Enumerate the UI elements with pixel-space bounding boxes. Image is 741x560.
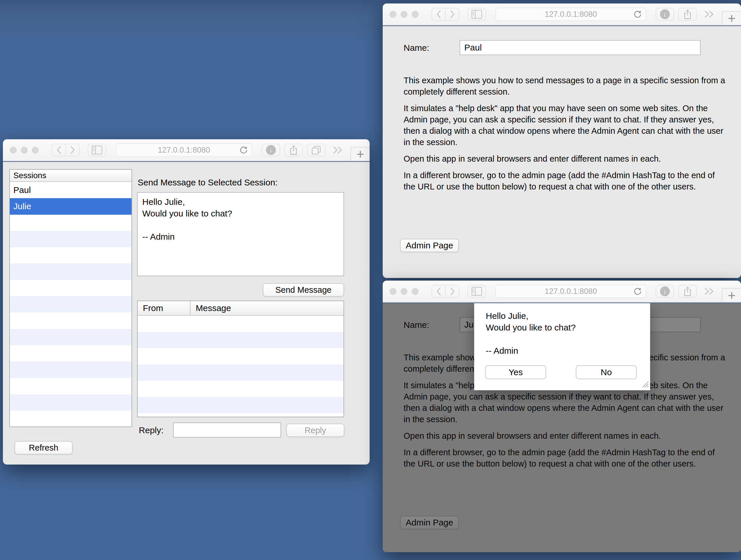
new-tab-button[interactable]: + [722, 11, 741, 25]
chevron-right-icon [450, 10, 455, 18]
sessions-list: Sessions Paul Julie [9, 169, 132, 427]
user-page-content-dimmed: Name: This example shows you how to send… [383, 303, 741, 552]
forward-button[interactable] [445, 8, 459, 21]
send-message-button[interactable]: Send Message [263, 283, 344, 297]
chevron-right-icon [70, 146, 75, 154]
paul-browser-window: 127.0.0.1:8080 ↓ + Name: This example sh… [383, 3, 741, 278]
paragraph: It simulates a "help desk" app that you … [404, 103, 741, 148]
forward-button[interactable] [65, 144, 79, 156]
address-bar[interactable]: 127.0.0.1:8080 [495, 285, 646, 298]
messages-table: From Message [137, 301, 344, 417]
close-window-button[interactable] [390, 288, 396, 295]
downloads-button[interactable]: ↓ [262, 144, 280, 156]
zoom-window-button[interactable] [32, 147, 39, 154]
page-description: This example shows you how to send messa… [404, 75, 741, 197]
table-row[interactable] [138, 397, 343, 413]
table-row[interactable] [138, 413, 343, 417]
back-button[interactable] [431, 8, 446, 21]
back-button[interactable] [52, 144, 66, 156]
toolbar-overflow-button[interactable] [332, 146, 343, 154]
sidebar-button[interactable] [468, 8, 486, 21]
paragraph: In a different browser, go to the admin … [404, 170, 741, 192]
chevron-left-icon [436, 10, 442, 18]
forward-button[interactable] [445, 285, 459, 298]
session-row-empty[interactable] [10, 247, 132, 263]
name-input[interactable] [460, 40, 701, 55]
url-text: 127.0.0.1:8080 [545, 10, 597, 19]
sidebar-icon [92, 146, 102, 154]
new-tab-button[interactable]: + [350, 147, 369, 161]
close-window-button[interactable] [10, 147, 16, 154]
back-button[interactable] [431, 285, 446, 298]
downloads-button[interactable]: ↓ [656, 285, 674, 298]
sidebar-icon [472, 287, 482, 296]
table-row[interactable] [138, 332, 343, 348]
share-button[interactable] [678, 285, 697, 298]
admin-page-content: Sessions Paul Julie Send Message to Sele… [3, 162, 369, 465]
column-header-message[interactable]: Message [191, 301, 343, 315]
no-button[interactable]: No [576, 365, 637, 379]
reload-icon[interactable] [633, 10, 642, 21]
refresh-button[interactable]: Refresh [14, 441, 73, 454]
zoom-window-button[interactable] [412, 288, 418, 295]
session-row-empty[interactable] [10, 411, 132, 427]
paragraph: Open this app in several browsers and en… [404, 153, 741, 164]
reply-button[interactable]: Reply [286, 424, 344, 437]
close-window-button[interactable] [390, 11, 396, 18]
session-row-empty[interactable] [10, 296, 132, 313]
chevron-right-icon [450, 287, 455, 296]
yes-button[interactable]: Yes [485, 365, 546, 379]
browser-toolbar: 127.0.0.1:8080 ↓ + [383, 3, 741, 25]
table-row[interactable] [138, 381, 343, 397]
url-text: 127.0.0.1:8080 [545, 287, 597, 296]
session-row-paul[interactable]: Paul [10, 182, 132, 198]
zoom-window-button[interactable] [412, 11, 418, 18]
share-button[interactable] [284, 144, 303, 156]
download-icon: ↓ [660, 9, 670, 19]
table-row[interactable] [138, 316, 343, 332]
toolbar-overflow-button[interactable] [704, 10, 715, 18]
share-button[interactable] [678, 8, 697, 21]
table-row[interactable] [138, 348, 343, 365]
chevron-left-icon [56, 146, 62, 154]
minimize-window-button[interactable] [21, 147, 27, 154]
chevron-left-icon [436, 287, 442, 296]
reload-icon[interactable] [633, 287, 642, 298]
sessions-list-body: Paul Julie [10, 182, 132, 427]
sidebar-button[interactable] [88, 144, 106, 156]
sessions-list-header: Sessions [10, 170, 132, 182]
session-row-empty[interactable] [10, 313, 132, 329]
sidebar-button[interactable] [468, 285, 486, 298]
session-row-empty[interactable] [10, 215, 132, 231]
paragraph: This example shows you how to send messa… [404, 75, 741, 97]
minimize-window-button[interactable] [401, 11, 407, 18]
address-bar[interactable]: 127.0.0.1:8080 [116, 143, 252, 157]
session-row-empty[interactable] [10, 329, 132, 345]
resize-grip-icon[interactable] [642, 380, 649, 389]
session-row-empty[interactable] [10, 231, 132, 247]
session-row-empty[interactable] [10, 362, 132, 378]
new-tab-button[interactable]: + [722, 288, 741, 302]
session-row-empty[interactable] [10, 345, 132, 362]
reload-icon[interactable] [239, 145, 248, 157]
session-row-empty[interactable] [10, 394, 132, 411]
session-row-julie-selected[interactable]: Julie [10, 198, 132, 215]
messages-table-header: From Message [138, 301, 343, 316]
toolbar-overflow-button[interactable] [704, 287, 715, 295]
session-row-empty[interactable] [10, 280, 132, 296]
message-textarea[interactable]: Hello Julie, Would you like to chat? -- … [137, 192, 344, 276]
reply-input[interactable] [173, 422, 281, 437]
address-bar[interactable]: 127.0.0.1:8080 [495, 8, 646, 21]
julie-browser-window: 127.0.0.1:8080 ↓ + Name: This example sh… [383, 281, 741, 552]
downloads-button[interactable]: ↓ [656, 8, 674, 21]
session-row-empty[interactable] [10, 263, 132, 280]
reply-label: Reply: [139, 425, 163, 435]
minimize-window-button[interactable] [401, 288, 407, 295]
column-header-from[interactable]: From [138, 301, 191, 315]
admin-page-button[interactable]: Admin Page [400, 239, 459, 252]
send-message-label: Send Message to Selected Session: [138, 178, 278, 187]
table-row[interactable] [138, 365, 343, 381]
session-row-empty[interactable] [10, 378, 132, 394]
tab-overview-button[interactable] [307, 144, 326, 156]
user-page-content: Name: This example shows you how to send… [383, 26, 741, 278]
